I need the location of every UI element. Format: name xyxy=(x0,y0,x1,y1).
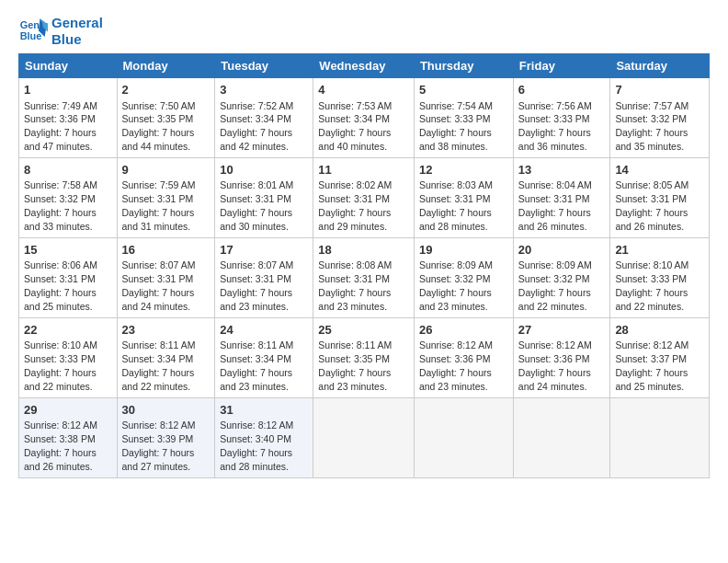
day-number: 31 xyxy=(220,402,308,419)
day-number: 8 xyxy=(24,162,112,178)
day-number: 17 xyxy=(220,242,308,259)
day-info: Sunrise: 8:10 AMSunset: 3:33 PMDaylight:… xyxy=(615,259,688,312)
col-header-thursday: Thursday xyxy=(414,54,513,78)
calendar-cell: 2 Sunrise: 7:50 AMSunset: 3:35 PMDayligh… xyxy=(117,78,215,158)
day-info: Sunrise: 7:53 AMSunset: 3:34 PMDaylight:… xyxy=(318,100,392,153)
day-info: Sunrise: 8:10 AMSunset: 3:33 PMDaylight:… xyxy=(24,339,97,392)
day-number: 16 xyxy=(122,242,210,259)
day-info: Sunrise: 8:12 AMSunset: 3:39 PMDaylight:… xyxy=(122,419,196,472)
day-number: 9 xyxy=(122,162,210,178)
day-number: 4 xyxy=(318,82,409,98)
calendar-cell xyxy=(414,397,513,477)
svg-text:Blue: Blue xyxy=(20,30,42,41)
day-number: 22 xyxy=(24,322,112,339)
day-number: 7 xyxy=(615,82,704,98)
calendar-cell: 31 Sunrise: 8:12 AMSunset: 3:40 PMDaylig… xyxy=(215,397,313,477)
day-info: Sunrise: 8:12 AMSunset: 3:36 PMDaylight:… xyxy=(419,339,493,392)
day-number: 24 xyxy=(220,322,308,339)
calendar-cell: 7 Sunrise: 7:57 AMSunset: 3:32 PMDayligh… xyxy=(610,78,710,158)
calendar-cell: 16 Sunrise: 8:07 AMSunset: 3:31 PMDaylig… xyxy=(117,237,215,317)
header: General Blue GeneralBlue xyxy=(18,15,710,48)
day-number: 20 xyxy=(518,242,606,259)
day-info: Sunrise: 8:09 AMSunset: 3:32 PMDaylight:… xyxy=(419,259,493,312)
day-number: 10 xyxy=(220,162,308,178)
day-info: Sunrise: 8:03 AMSunset: 3:31 PMDaylight:… xyxy=(419,179,493,232)
calendar-cell: 3 Sunrise: 7:52 AMSunset: 3:34 PMDayligh… xyxy=(215,78,313,158)
day-info: Sunrise: 7:49 AMSunset: 3:36 PMDaylight:… xyxy=(24,100,97,153)
day-number: 21 xyxy=(615,242,704,259)
day-info: Sunrise: 7:59 AMSunset: 3:31 PMDaylight:… xyxy=(122,179,196,232)
calendar-cell: 13 Sunrise: 8:04 AMSunset: 3:31 PMDaylig… xyxy=(513,157,610,237)
day-info: Sunrise: 7:50 AMSunset: 3:35 PMDaylight:… xyxy=(122,100,196,153)
calendar-cell: 27 Sunrise: 8:12 AMSunset: 3:36 PMDaylig… xyxy=(513,317,610,397)
calendar-cell: 11 Sunrise: 8:02 AMSunset: 3:31 PMDaylig… xyxy=(313,157,415,237)
col-header-wednesday: Wednesday xyxy=(313,54,415,78)
day-number: 27 xyxy=(518,322,606,339)
week-row-3: 22 Sunrise: 8:10 AMSunset: 3:33 PMDaylig… xyxy=(19,317,710,397)
calendar-cell: 20 Sunrise: 8:09 AMSunset: 3:32 PMDaylig… xyxy=(513,237,610,317)
calendar-cell: 10 Sunrise: 8:01 AMSunset: 3:31 PMDaylig… xyxy=(215,157,313,237)
calendar-cell: 29 Sunrise: 8:12 AMSunset: 3:38 PMDaylig… xyxy=(19,397,118,477)
calendar-cell: 30 Sunrise: 8:12 AMSunset: 3:39 PMDaylig… xyxy=(117,397,215,477)
logo-icon: General Blue xyxy=(18,17,48,46)
day-number: 15 xyxy=(24,242,112,259)
day-info: Sunrise: 7:58 AMSunset: 3:32 PMDaylight:… xyxy=(24,179,97,232)
day-info: Sunrise: 8:02 AMSunset: 3:31 PMDaylight:… xyxy=(318,179,392,232)
calendar-cell: 15 Sunrise: 8:06 AMSunset: 3:31 PMDaylig… xyxy=(19,237,118,317)
calendar-cell: 6 Sunrise: 7:56 AMSunset: 3:33 PMDayligh… xyxy=(513,78,610,158)
col-header-saturday: Saturday xyxy=(610,54,710,78)
calendar-cell: 24 Sunrise: 8:11 AMSunset: 3:34 PMDaylig… xyxy=(215,317,313,397)
day-info: Sunrise: 8:12 AMSunset: 3:40 PMDaylight:… xyxy=(220,419,293,472)
day-number: 12 xyxy=(419,162,508,178)
day-info: Sunrise: 7:56 AMSunset: 3:33 PMDaylight:… xyxy=(518,100,592,153)
calendar-header-row: SundayMondayTuesdayWednesdayThursdayFrid… xyxy=(19,54,710,78)
day-number: 19 xyxy=(419,242,508,259)
page: General Blue GeneralBlue SundayMondayTue… xyxy=(0,0,728,488)
day-info: Sunrise: 8:07 AMSunset: 3:31 PMDaylight:… xyxy=(220,259,293,312)
calendar-cell: 1 Sunrise: 7:49 AMSunset: 3:36 PMDayligh… xyxy=(19,78,118,158)
day-number: 23 xyxy=(122,322,210,339)
calendar-cell: 8 Sunrise: 7:58 AMSunset: 3:32 PMDayligh… xyxy=(19,157,118,237)
calendar-cell: 23 Sunrise: 8:11 AMSunset: 3:34 PMDaylig… xyxy=(117,317,215,397)
day-info: Sunrise: 8:04 AMSunset: 3:31 PMDaylight:… xyxy=(518,179,592,232)
calendar-cell: 4 Sunrise: 7:53 AMSunset: 3:34 PMDayligh… xyxy=(313,78,415,158)
day-number: 2 xyxy=(122,82,210,98)
calendar-cell: 19 Sunrise: 8:09 AMSunset: 3:32 PMDaylig… xyxy=(414,237,513,317)
day-info: Sunrise: 7:52 AMSunset: 3:34 PMDaylight:… xyxy=(220,100,293,153)
day-info: Sunrise: 8:12 AMSunset: 3:38 PMDaylight:… xyxy=(24,419,97,472)
day-info: Sunrise: 8:11 AMSunset: 3:34 PMDaylight:… xyxy=(122,339,196,392)
col-header-sunday: Sunday xyxy=(19,54,118,78)
calendar-cell: 21 Sunrise: 8:10 AMSunset: 3:33 PMDaylig… xyxy=(610,237,710,317)
col-header-monday: Monday xyxy=(117,54,215,78)
week-row-1: 8 Sunrise: 7:58 AMSunset: 3:32 PMDayligh… xyxy=(19,157,710,237)
day-number: 25 xyxy=(318,322,409,339)
day-info: Sunrise: 8:12 AMSunset: 3:37 PMDaylight:… xyxy=(615,339,688,392)
logo-text: GeneralBlue xyxy=(51,15,103,48)
calendar-cell xyxy=(610,397,710,477)
col-header-friday: Friday xyxy=(513,54,610,78)
day-number: 13 xyxy=(518,162,606,178)
day-info: Sunrise: 7:57 AMSunset: 3:32 PMDaylight:… xyxy=(615,100,688,153)
day-number: 5 xyxy=(419,82,508,98)
day-info: Sunrise: 8:11 AMSunset: 3:34 PMDaylight:… xyxy=(220,339,293,392)
calendar-cell: 22 Sunrise: 8:10 AMSunset: 3:33 PMDaylig… xyxy=(19,317,118,397)
col-header-tuesday: Tuesday xyxy=(215,54,313,78)
calendar-cell: 17 Sunrise: 8:07 AMSunset: 3:31 PMDaylig… xyxy=(215,237,313,317)
calendar-cell: 12 Sunrise: 8:03 AMSunset: 3:31 PMDaylig… xyxy=(414,157,513,237)
calendar-cell xyxy=(513,397,610,477)
day-number: 18 xyxy=(318,242,409,259)
logo: General Blue GeneralBlue xyxy=(18,15,103,48)
calendar-cell: 14 Sunrise: 8:05 AMSunset: 3:31 PMDaylig… xyxy=(610,157,710,237)
week-row-2: 15 Sunrise: 8:06 AMSunset: 3:31 PMDaylig… xyxy=(19,237,710,317)
day-number: 11 xyxy=(318,162,409,178)
calendar-cell: 18 Sunrise: 8:08 AMSunset: 3:31 PMDaylig… xyxy=(313,237,415,317)
day-number: 14 xyxy=(615,162,704,178)
day-number: 28 xyxy=(615,322,704,339)
calendar-cell xyxy=(313,397,415,477)
day-info: Sunrise: 8:12 AMSunset: 3:36 PMDaylight:… xyxy=(518,339,592,392)
day-info: Sunrise: 8:08 AMSunset: 3:31 PMDaylight:… xyxy=(318,259,392,312)
day-info: Sunrise: 8:07 AMSunset: 3:31 PMDaylight:… xyxy=(122,259,196,312)
calendar-cell: 28 Sunrise: 8:12 AMSunset: 3:37 PMDaylig… xyxy=(610,317,710,397)
day-info: Sunrise: 8:05 AMSunset: 3:31 PMDaylight:… xyxy=(615,179,688,232)
day-info: Sunrise: 7:54 AMSunset: 3:33 PMDaylight:… xyxy=(419,100,493,153)
